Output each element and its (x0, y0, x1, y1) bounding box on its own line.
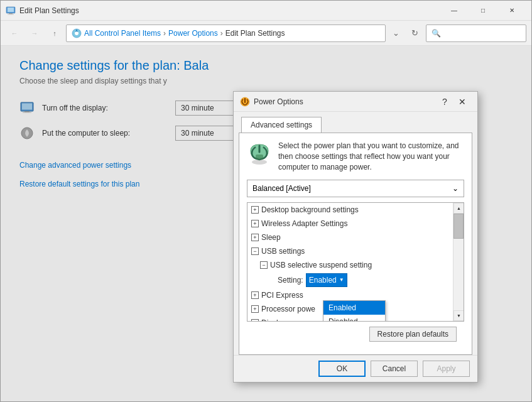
ok-button[interactable]: OK (318, 361, 366, 377)
minimize-button[interactable]: — (440, 1, 469, 21)
up-button[interactable]: ↑ (46, 24, 63, 42)
tree-item-label: Display (261, 317, 286, 321)
scrollbar-up-button[interactable]: ▲ (453, 203, 464, 214)
plan-dropdown-arrow: ⌄ (452, 184, 459, 193)
expand-icon[interactable]: + (251, 234, 259, 241)
tree-item-sleep[interactable]: + Sleep (247, 231, 464, 244)
usb-setting-arrow: ▼ (339, 274, 344, 286)
usb-setting-row: Setting: Enabled ▼ (247, 272, 464, 288)
expand-icon[interactable]: + (251, 220, 259, 227)
back-button[interactable]: ← (6, 24, 23, 42)
title-bar: Edit Plan Settings — □ ✕ (1, 1, 531, 21)
tree-item-wireless[interactable]: + Wireless Adapter Settings (247, 217, 464, 231)
tree-item-label: USB selective suspend setting (270, 259, 372, 271)
svg-point-5 (75, 31, 79, 35)
dialog-icon (240, 97, 250, 107)
tree-container: + Desktop background settings + Wireless… (247, 202, 464, 322)
expand-icon-usb-suspend[interactable]: − (260, 261, 268, 269)
apply-button[interactable]: Apply (423, 361, 470, 377)
cancel-button[interactable]: Cancel (371, 361, 418, 377)
dialog-title-buttons: ? ✕ (436, 93, 471, 111)
usb-setting-select[interactable]: Enabled ▼ (306, 273, 347, 287)
scrollbar-thumb[interactable] (453, 214, 464, 239)
dialog-title-bar: Power Options ? ✕ (234, 92, 477, 112)
tab-strip: Advanced settings (234, 112, 477, 133)
dialog-body: Select the power plan that you want to c… (239, 133, 472, 355)
restore-plan-defaults-button[interactable]: Restore plan defaults (369, 327, 457, 342)
dialog-actions: OK Cancel Apply (234, 355, 477, 382)
tree-item-label: PCI Express (261, 289, 303, 302)
refresh-button[interactable]: ↻ (406, 24, 423, 42)
maximize-button[interactable]: □ (469, 1, 497, 21)
breadcrumb-control-panel[interactable]: All Control Panel Items (84, 29, 161, 38)
tab-advanced-settings[interactable]: Advanced settings (241, 117, 322, 133)
tree-item-label: Wireless Adapter Settings (261, 217, 347, 230)
tree-item-usb-suspend[interactable]: − USB selective suspend setting (247, 258, 464, 272)
expand-icon[interactable]: + (251, 206, 259, 214)
breadcrumb-current: Edit Plan Settings (225, 29, 285, 38)
dialog-help-button[interactable]: ? (436, 93, 453, 111)
tree-item-desktop-bg[interactable]: + Desktop background settings (247, 203, 464, 217)
content-area: Change settings for the plan: Bala Choos… (1, 46, 531, 401)
dialog-intro: Select the power plan that you want to c… (247, 141, 464, 172)
window-close-button[interactable]: ✕ (497, 1, 526, 21)
address-path: All Control Panel Items › Power Options … (66, 24, 386, 42)
dropdown-item-disabled[interactable]: Disabled (323, 315, 385, 322)
tree-scrollbar[interactable]: ▲ ▼ (453, 203, 464, 321)
expand-icon-usb[interactable]: − (251, 247, 259, 255)
scrollbar-down-button[interactable]: ▼ (453, 310, 464, 321)
address-bar: ← → ↑ All Control Panel Items › Power Op… (1, 21, 531, 46)
expand-icon-processor[interactable]: + (251, 305, 259, 313)
svg-rect-1 (8, 8, 14, 12)
title-bar-buttons: — □ ✕ (440, 1, 526, 21)
forward-button[interactable]: → (26, 24, 43, 42)
dialog-close-button[interactable]: ✕ (453, 93, 471, 111)
plan-dropdown[interactable]: Balanced [Active] ⌄ (247, 180, 464, 197)
window-title: Edit Plan Settings (19, 6, 440, 15)
main-window: Edit Plan Settings — □ ✕ ← → ↑ All Contr… (0, 0, 532, 402)
tree-item-label: Processor powe (261, 303, 315, 315)
usb-setting-value: Enabled (309, 274, 337, 286)
svg-rect-3 (8, 14, 14, 14)
usb-dropdown-popup: Enabled Disabled Enabled (323, 300, 386, 322)
svg-rect-13 (256, 155, 263, 160)
expand-icon-display[interactable]: + (251, 319, 259, 321)
address-dropdown-button[interactable]: ⌄ (388, 24, 403, 42)
expand-icon-pci[interactable]: + (251, 291, 259, 299)
title-bar-icon (6, 6, 16, 16)
dialog-title: Power Options (254, 97, 436, 106)
usb-setting-label: Setting: (278, 274, 303, 286)
tree-item-usb[interactable]: − USB settings (247, 244, 464, 258)
tree-item-label: Sleep (261, 231, 281, 244)
dialog-footer: Restore plan defaults (247, 322, 464, 347)
search-icon: 🔍 (432, 29, 441, 38)
dropdown-item-enabled[interactable]: Enabled (323, 301, 385, 315)
power-icon (247, 141, 272, 166)
svg-rect-2 (9, 13, 13, 14)
power-options-dialog: Power Options ? ✕ Advanced settings (233, 91, 478, 383)
dialog-intro-text: Select the power plan that you want to c… (278, 141, 464, 172)
search-box: 🔍 (426, 24, 526, 42)
plan-dropdown-value: Balanced [Active] (252, 184, 311, 193)
tree-item-label: USB settings (261, 245, 305, 258)
breadcrumb-power-options[interactable]: Power Options (168, 29, 218, 38)
path-icon (72, 28, 82, 38)
tree-item-label: Desktop background settings (261, 204, 359, 216)
